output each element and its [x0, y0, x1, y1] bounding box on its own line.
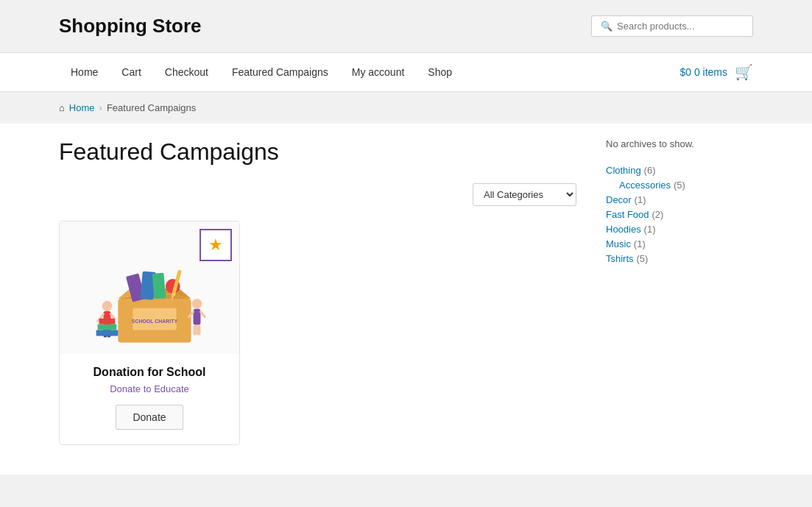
header: Shopping Store 🔍: [0, 0, 812, 52]
search-input[interactable]: [617, 21, 744, 32]
filter-row: All CategoriesClothingAccessoriesDecorFa…: [59, 183, 584, 206]
main-nav: Home Cart Checkout Featured Campaigns My…: [0, 52, 812, 92]
svg-rect-26: [98, 325, 117, 330]
svg-rect-23: [194, 325, 197, 336]
main-content: Featured Campaigns All CategoriesClothin…: [0, 124, 812, 475]
product-card: SCHOOL CHARITY: [59, 221, 240, 445]
category-filter[interactable]: All CategoriesClothingAccessoriesDecorFa…: [473, 183, 576, 206]
category-count: (5): [636, 253, 648, 264]
category-count: (1): [644, 224, 656, 235]
content-area: Featured Campaigns All CategoriesClothin…: [59, 138, 584, 445]
nav-checkout[interactable]: Checkout: [153, 53, 220, 91]
svg-text:SCHOOL CHARITY: SCHOOL CHARITY: [132, 319, 178, 324]
site-title: Shopping Store: [59, 15, 202, 38]
breadcrumb-separator: ›: [99, 102, 102, 113]
category-count: (6): [644, 165, 656, 176]
breadcrumb: ⌂ Home › Featured Campaigns: [0, 92, 812, 124]
page-title: Featured Campaigns: [59, 138, 584, 166]
category-list-item: Music (1): [606, 238, 753, 249]
nav-featured-campaigns[interactable]: Featured Campaigns: [220, 53, 340, 91]
svg-rect-20: [194, 309, 201, 325]
cart-price: $0 0 items: [679, 66, 727, 78]
donate-button[interactable]: Donate: [116, 405, 183, 430]
nav-links: Home Cart Checkout Featured Campaigns My…: [59, 53, 464, 91]
svg-point-19: [192, 299, 202, 309]
category-count: (1): [635, 194, 646, 205]
breadcrumb-home-link[interactable]: Home: [69, 102, 95, 113]
category-list-item: Hoodies (1): [606, 223, 753, 235]
nav-cart[interactable]: Cart: [110, 53, 152, 91]
category-list-item: Tshirts (5): [606, 252, 753, 264]
category-link[interactable]: Fast Food: [606, 209, 649, 220]
search-box: 🔍: [591, 15, 753, 37]
category-list-item: Fast Food (2): [606, 208, 753, 220]
featured-badge: ★: [200, 229, 232, 261]
category-count: (5): [674, 180, 685, 191]
svg-point-13: [102, 301, 113, 311]
product-grid: SCHOOL CHARITY: [59, 221, 584, 445]
category-list-item: Clothing (6): [606, 164, 753, 176]
category-list-item: Accessories (5): [619, 179, 753, 191]
product-subtitle: Donate to Educate: [60, 383, 239, 394]
sidebar: No archives to show. Clothing (6)Accesso…: [606, 138, 753, 445]
category-link[interactable]: Accessories: [619, 180, 671, 191]
product-image-wrap: SCHOOL CHARITY: [60, 221, 239, 354]
nav-my-account[interactable]: My account: [340, 53, 417, 91]
breadcrumb-current: Featured Campaigns: [107, 102, 196, 113]
star-icon: ★: [208, 235, 223, 255]
category-link[interactable]: Hoodies: [606, 224, 641, 235]
category-list: Clothing (6)Accessories (5)Decor (1)Fast…: [606, 164, 753, 264]
category-link[interactable]: Music: [606, 238, 631, 249]
svg-rect-9: [152, 273, 166, 299]
nav-cart-area: $0 0 items 🛒: [679, 63, 753, 81]
nav-home[interactable]: Home: [59, 53, 110, 91]
search-icon: 🔍: [601, 21, 612, 32]
basket-icon[interactable]: 🛒: [735, 63, 753, 81]
svg-rect-27: [99, 319, 116, 325]
product-title: Donation for School: [68, 366, 230, 379]
category-link[interactable]: Clothing: [606, 165, 641, 176]
category-count: (2): [652, 209, 663, 220]
category-list-item: Decor (1): [606, 194, 753, 205]
category-count: (1): [634, 238, 646, 249]
category-link[interactable]: Decor: [606, 194, 632, 205]
category-link[interactable]: Tshirts: [606, 253, 634, 264]
nav-shop[interactable]: Shop: [416, 53, 464, 91]
home-icon: ⌂: [59, 102, 65, 113]
svg-rect-24: [197, 325, 200, 336]
no-archives-text: No archives to show.: [606, 138, 753, 149]
svg-rect-25: [96, 330, 119, 336]
